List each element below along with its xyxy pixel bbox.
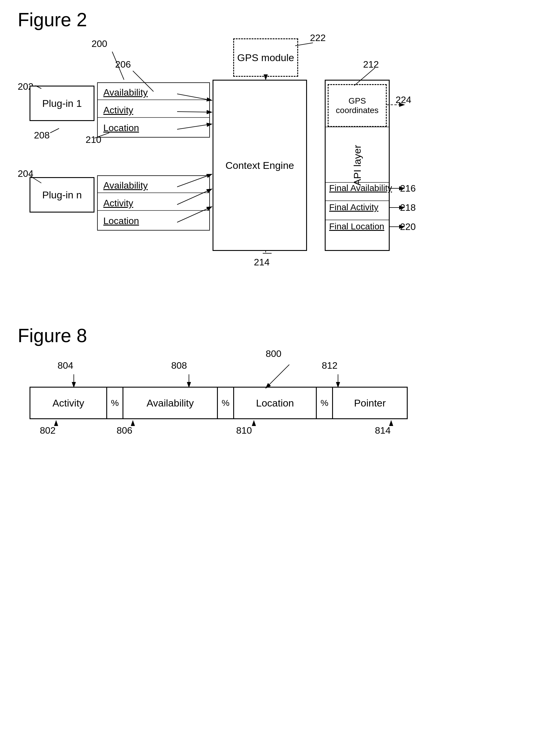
plugin1-activity-label: Activity: [103, 105, 133, 116]
svg-line-13: [177, 124, 212, 129]
label-216: 216: [400, 183, 416, 194]
label-212: 212: [363, 59, 379, 70]
gps-coordinates-label: GPS coordinates: [328, 96, 386, 115]
bar-location: Location: [234, 388, 317, 418]
label-804: 804: [58, 360, 73, 371]
gps-module-label: GPS module: [237, 52, 294, 63]
label-814: 814: [375, 425, 391, 436]
label-214: 214: [254, 257, 269, 268]
pluginn-availability-label: Availability: [103, 180, 148, 191]
label-812: 812: [322, 360, 337, 371]
label-210: 210: [86, 134, 101, 145]
final-availability-label: Final Availability: [329, 183, 392, 193]
bar-percent1: %: [107, 388, 123, 418]
plugin1-box: Plug-in 1: [29, 86, 95, 121]
label-224: 224: [396, 95, 411, 105]
figure2-title: Figure 2: [18, 9, 87, 31]
label-220: 220: [400, 221, 416, 232]
bar-pointer: Pointer: [333, 388, 407, 418]
label-800: 800: [266, 348, 281, 359]
label-200: 200: [92, 38, 107, 49]
svg-line-7: [50, 128, 59, 133]
svg-line-12: [177, 111, 212, 112]
bar-percent2: %: [218, 388, 234, 418]
gps-coordinates-box: GPS coordinates: [328, 84, 387, 127]
pluginn-location-label: Location: [103, 216, 139, 226]
figure8-title: Figure 8: [18, 325, 87, 347]
pluginn-box: Plug-in n: [29, 177, 95, 212]
context-engine-box: Context Engine: [213, 80, 307, 251]
label-218: 218: [400, 202, 416, 213]
label-808: 808: [171, 360, 187, 371]
label-204: 204: [18, 168, 33, 179]
bar-percent3: %: [317, 388, 333, 418]
label-206: 206: [115, 59, 131, 70]
label-208: 208: [34, 130, 49, 141]
bar-activity: Activity: [31, 388, 107, 418]
figure8-bar: Activity % Availability % Location % Poi…: [29, 387, 408, 419]
label-806: 806: [117, 425, 132, 436]
svg-line-15: [177, 189, 212, 205]
svg-line-16: [177, 207, 212, 222]
final-location-label: Final Location: [329, 221, 384, 231]
gps-module-box: GPS module: [233, 38, 298, 77]
context-engine-label: Context Engine: [225, 160, 294, 171]
label-802: 802: [40, 425, 56, 436]
svg-line-23: [266, 365, 289, 388]
svg-line-14: [177, 174, 212, 187]
final-activity-label: Final Activity: [329, 202, 378, 212]
bar-availability: Availability: [123, 388, 218, 418]
pluginn-activity-label: Activity: [103, 198, 133, 209]
plugin1-label: Plug-in 1: [42, 98, 82, 109]
label-810: 810: [236, 425, 252, 436]
plugin1-location-label: Location: [103, 122, 139, 134]
page: Figure 2 200 222 202 206 212 GPS module …: [0, 0, 560, 751]
svg-line-11: [177, 94, 212, 100]
plugin1-availability-label: Availability: [103, 87, 148, 98]
label-222: 222: [310, 33, 326, 43]
api-layer-label: API layer: [352, 145, 363, 186]
pluginn-label: Plug-in n: [42, 189, 82, 201]
